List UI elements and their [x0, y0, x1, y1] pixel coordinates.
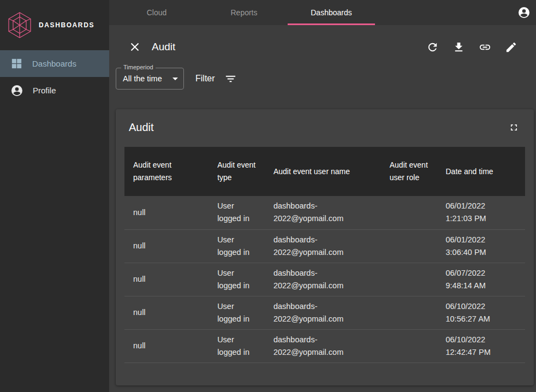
filter-label: Filter: [195, 74, 215, 84]
link-button[interactable]: [479, 41, 491, 54]
topbar: Cloud Reports Dashboards: [109, 0, 536, 25]
cell-date-and-time: 06/07/2022 9:48:14 AM: [437, 263, 525, 296]
cell-audit-event-parameters: null: [124, 229, 209, 263]
sidebar-item-label: Dashboards: [32, 59, 76, 68]
cell-audit-event-type: User logged in: [209, 263, 265, 296]
tab-cloud[interactable]: Cloud: [113, 0, 200, 25]
cell-audit-event-user-role: [381, 263, 437, 296]
cell-audit-event-type: User logged in: [209, 229, 265, 263]
table-row: null User logged in dashboards-2022@yopm…: [124, 196, 525, 229]
cell-audit-event-user-name: dashboards-2022@yopmail.com: [265, 296, 381, 329]
date-text: 06/10/2022: [445, 334, 516, 346]
time-text: 1:21:03 PM: [445, 212, 516, 225]
brand: DASHBOARDS: [0, 0, 109, 50]
date-text: 06/01/2022: [445, 234, 516, 246]
cell-date-and-time: 06/10/2022 12:42:47 PM: [437, 329, 525, 363]
edit-icon: [505, 41, 517, 54]
page-header: Audit: [128, 40, 517, 54]
cell-audit-event-user-role: [381, 229, 437, 263]
edit-button[interactable]: [505, 41, 517, 54]
column-header-date-and-time: Date and time: [437, 147, 525, 196]
cell-date-and-time: 06/10/2022 10:56:27 AM: [437, 296, 525, 329]
close-icon: [128, 40, 141, 54]
refresh-icon: [426, 41, 439, 54]
main-content: Audit: [109, 25, 536, 392]
filter-row: Timeperiod All the time Filter: [116, 68, 523, 90]
cell-audit-event-parameters: null: [124, 296, 209, 329]
table-row: null User logged in dashboards-2022@yopm…: [124, 329, 525, 363]
cell-audit-event-user-name: dashboards-2022@yopmail.com: [265, 229, 381, 263]
cell-audit-event-parameters: null: [124, 329, 209, 363]
cell-audit-event-parameters: null: [124, 263, 209, 296]
timeperiod-value: All the time: [123, 74, 162, 83]
page-title: Audit: [152, 41, 175, 53]
top-tabs: Cloud Reports Dashboards: [113, 0, 375, 25]
timeperiod-select[interactable]: Timeperiod All the time: [116, 68, 184, 90]
link-icon: [479, 41, 491, 54]
cell-audit-event-user-role: [381, 196, 437, 229]
sidebar-item-label: Profile: [33, 86, 56, 95]
header-actions: [426, 41, 517, 54]
table-row: null User logged in dashboards-2022@yopm…: [124, 263, 525, 296]
column-header-audit-event-user-name: Audit event user name: [265, 147, 381, 196]
chevron-down-icon: [172, 78, 178, 80]
cell-audit-event-type: User logged in: [209, 296, 265, 329]
cell-audit-event-user-role: [381, 296, 437, 329]
app-logo-icon: [8, 12, 32, 38]
sidebar: DASHBOARDS Dashboards Profile: [0, 0, 109, 392]
cell-date-and-time: 06/01/2022 1:21:03 PM: [437, 196, 525, 229]
date-text: 06/07/2022: [445, 267, 516, 280]
fullscreen-button[interactable]: [509, 122, 519, 133]
cell-audit-event-user-name: dashboards-2022@yopmail.com: [265, 329, 381, 363]
profile-icon: [10, 84, 23, 97]
account-button[interactable]: [517, 6, 531, 19]
column-header-audit-event-type: Audit event type: [209, 147, 265, 196]
table-row: null User logged in dashboards-2022@yopm…: [124, 296, 525, 329]
date-text: 06/01/2022: [445, 200, 516, 212]
account-icon: [517, 6, 531, 19]
cell-audit-event-type: User logged in: [209, 196, 265, 229]
table-header-row: Audit event parameters Audit event type …: [124, 147, 525, 196]
timeperiod-label: Timeperiod: [121, 64, 156, 71]
column-header-audit-event-parameters: Audit event parameters: [124, 147, 209, 196]
filter-button[interactable]: [224, 73, 237, 85]
tab-dashboards[interactable]: Dashboards: [288, 0, 375, 25]
filter-icon: [224, 73, 237, 85]
dashboard-grid-icon: [10, 57, 23, 70]
refresh-button[interactable]: [426, 41, 439, 54]
cell-audit-event-user-role: [381, 329, 437, 363]
fullscreen-icon: [509, 122, 519, 133]
download-icon: [452, 41, 465, 54]
brand-title: DASHBOARDS: [39, 21, 94, 29]
sidebar-item-profile[interactable]: Profile: [0, 77, 109, 104]
date-text: 06/10/2022: [445, 300, 516, 313]
cell-audit-event-user-name: dashboards-2022@yopmail.com: [265, 263, 381, 296]
time-text: 3:06:40 PM: [445, 246, 516, 259]
cell-audit-event-parameters: null: [124, 196, 209, 229]
close-button[interactable]: [128, 40, 141, 54]
audit-table: Audit event parameters Audit event type …: [124, 147, 525, 363]
table-row: null User logged in dashboards-2022@yopm…: [124, 229, 525, 263]
column-header-audit-event-user-role: Audit event user role: [381, 147, 437, 196]
time-text: 12:42:47 PM: [445, 346, 516, 359]
audit-card: Audit Audit event parameters Audit event…: [116, 109, 534, 385]
sidebar-item-dashboards[interactable]: Dashboards: [0, 50, 109, 77]
time-text: 10:56:27 AM: [445, 313, 516, 325]
cell-audit-event-user-name: dashboards-2022@yopmail.com: [265, 196, 381, 229]
time-text: 9:48:14 AM: [445, 280, 516, 292]
download-button[interactable]: [452, 41, 465, 54]
cell-audit-event-type: User logged in: [209, 329, 265, 363]
cell-date-and-time: 06/01/2022 3:06:40 PM: [437, 229, 525, 263]
card-title: Audit: [116, 109, 534, 142]
tab-reports[interactable]: Reports: [200, 0, 288, 25]
